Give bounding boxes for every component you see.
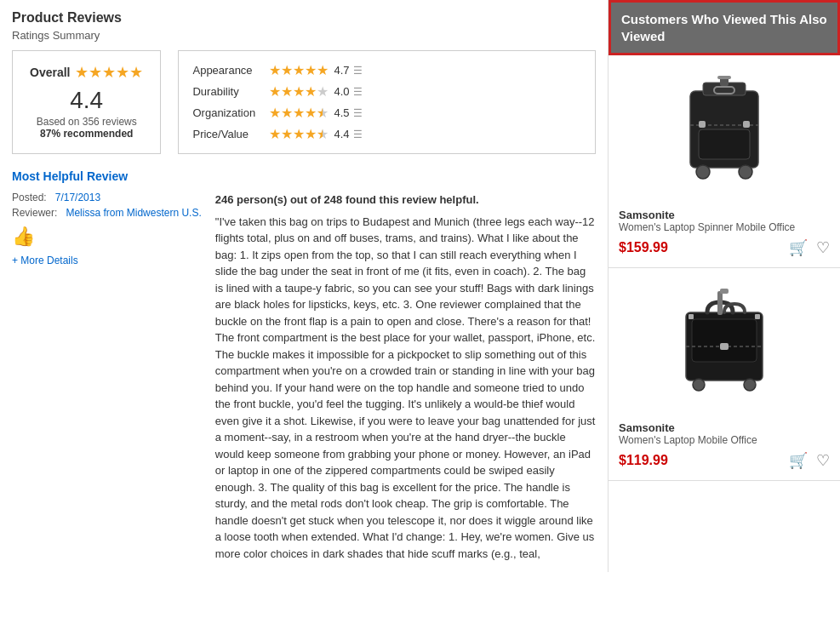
cat-stars-price: ★ ★ ★ ★ ★ ★ xyxy=(269,126,329,142)
cat-score-organization: 4.5 xyxy=(334,106,349,119)
svg-rect-19 xyxy=(689,314,694,319)
ratings-summary-label: Ratings Summary xyxy=(12,29,596,42)
sidebar: Customers Who Viewed This Also Viewed xyxy=(608,0,840,572)
more-details-link[interactable]: + More Details xyxy=(12,255,78,266)
svg-rect-7 xyxy=(699,129,750,159)
product-name-1: Women's Laptop Spinner Mobile Office xyxy=(619,221,830,233)
product-image-1 xyxy=(619,66,830,202)
cat-row-durability: Durability ★ ★ ★ ★ ★ 4.0 ☰ xyxy=(192,83,581,100)
svg-rect-9 xyxy=(699,121,706,128)
recommended-pct: 87% recommended xyxy=(30,128,143,140)
svg-rect-16 xyxy=(692,319,757,362)
helpful-count: 246 person(s) out of 248 found this revi… xyxy=(215,192,596,209)
helpful-review-title: Most Helpful Review xyxy=(12,169,596,183)
svg-rect-20 xyxy=(755,314,760,319)
svg-rect-18 xyxy=(720,343,729,350)
cat-row-organization: Organization ★ ★ ★ ★ ★ ★ 4.5 ☰ xyxy=(192,105,581,121)
thumbs-up-icon: 👍 xyxy=(12,226,202,248)
product-actions-1: 🛒 ♡ xyxy=(789,238,830,257)
star-1: ★ xyxy=(75,63,89,82)
posted-date: 7/17/2013 xyxy=(55,192,100,203)
product-image-2 xyxy=(619,278,830,415)
star-half: ★ xyxy=(129,63,143,82)
cat-score-durability: 4.0 xyxy=(334,85,349,98)
overall-rating-box: Overall ★ ★ ★ ★ ★ 4.4 Based on 356 revie… xyxy=(12,50,161,154)
wishlist-icon-2[interactable]: ♡ xyxy=(816,451,830,470)
product-price-1: $159.99 xyxy=(619,240,668,255)
cat-row-appearance: Appearance ★ ★ ★ ★ ★ 4.7 ☰ xyxy=(192,62,581,78)
product-actions-2: 🛒 ♡ xyxy=(789,451,830,470)
product-card-2: Samsonite Women's Laptop Mobile Office $… xyxy=(609,268,840,481)
add-to-cart-icon-1[interactable]: 🛒 xyxy=(789,238,808,257)
sidebar-header: Customers Who Viewed This Also Viewed xyxy=(609,0,840,55)
product-card-1: Samsonite Women's Laptop Spinner Mobile … xyxy=(609,55,840,268)
product-footer-2: $119.99 🛒 ♡ xyxy=(619,451,830,470)
cat-label-organization: Organization xyxy=(192,106,269,119)
product-footer-1: $159.99 🛒 ♡ xyxy=(619,238,830,257)
wishlist-icon-1[interactable]: ♡ xyxy=(816,238,830,257)
cat-label-durability: Durability xyxy=(192,85,269,98)
review-text: "I've taken this bag on trips to Budapes… xyxy=(215,214,596,563)
product-svg-2 xyxy=(673,287,775,406)
cat-stars-durability: ★ ★ ★ ★ ★ xyxy=(269,83,329,100)
reviewer-label: Reviewer: xyxy=(12,207,57,219)
star-2: ★ xyxy=(89,63,102,82)
cat-label-appearance: Appearance xyxy=(192,64,269,77)
overall-score: 4.4 xyxy=(30,87,143,114)
filter-icon-durability[interactable]: ☰ xyxy=(353,86,363,98)
cat-stars-appearance: ★ ★ ★ ★ ★ xyxy=(269,62,329,78)
page-title: Product Reviews xyxy=(12,10,596,26)
svg-rect-15 xyxy=(720,289,729,294)
add-to-cart-icon-2[interactable]: 🛒 xyxy=(789,451,808,470)
reviewer-name: Melissa from Midwestern U.S. xyxy=(66,207,201,219)
svg-point-12 xyxy=(693,379,705,391)
reviewer-row: Reviewer: Melissa from Midwestern U.S. xyxy=(12,207,202,219)
filter-icon-organization[interactable]: ☰ xyxy=(353,107,363,119)
product-brand-1: Samsonite xyxy=(619,209,830,221)
filter-icon-price[interactable]: ☰ xyxy=(353,129,363,140)
product-svg-1 xyxy=(673,74,775,193)
ratings-summary: Overall ★ ★ ★ ★ ★ 4.4 Based on 356 revie… xyxy=(12,50,596,154)
filter-icon-appearance[interactable]: ☰ xyxy=(353,65,363,77)
reviews-count: Based on 356 reviews xyxy=(30,116,143,128)
cat-star-half-org: ★ ★ xyxy=(317,105,329,121)
cat-score-price: 4.4 xyxy=(334,128,349,140)
posted-row: Posted: 7/17/2013 xyxy=(12,192,202,203)
review-body: 246 person(s) out of 248 found this revi… xyxy=(215,192,596,562)
svg-point-13 xyxy=(744,379,756,391)
cat-score-appearance: 4.7 xyxy=(334,64,349,77)
cat-row-price: Price/Value ★ ★ ★ ★ ★ ★ 4.4 ☰ xyxy=(192,126,581,142)
product-price-2: $119.99 xyxy=(619,453,668,468)
star-4: ★ xyxy=(116,63,129,82)
svg-rect-14 xyxy=(717,291,723,315)
review-meta: Posted: 7/17/2013 Reviewer: Melissa from… xyxy=(12,192,202,562)
category-ratings: Appearance ★ ★ ★ ★ ★ 4.7 ☰ Durability xyxy=(178,50,596,154)
review-container: Posted: 7/17/2013 Reviewer: Melissa from… xyxy=(12,192,596,562)
review-text-content: "I've taken this bag on trips to Budapes… xyxy=(215,215,596,560)
overall-stars: ★ ★ ★ ★ ★ xyxy=(75,63,143,82)
product-brand-2: Samsonite xyxy=(619,421,830,434)
cat-star-half-price: ★ ★ xyxy=(317,126,329,142)
overall-label: Overall xyxy=(30,66,70,79)
svg-point-4 xyxy=(696,165,710,179)
star-3: ★ xyxy=(102,63,116,82)
svg-point-5 xyxy=(739,165,752,179)
cat-label-price: Price/Value xyxy=(192,128,269,140)
main-content: Product Reviews Ratings Summary Overall … xyxy=(0,0,608,572)
posted-label: Posted: xyxy=(12,192,47,203)
svg-rect-3 xyxy=(717,76,731,79)
product-name-2: Women's Laptop Mobile Office xyxy=(619,434,830,446)
svg-rect-10 xyxy=(743,121,750,128)
cat-stars-organization: ★ ★ ★ ★ ★ ★ xyxy=(269,105,329,121)
